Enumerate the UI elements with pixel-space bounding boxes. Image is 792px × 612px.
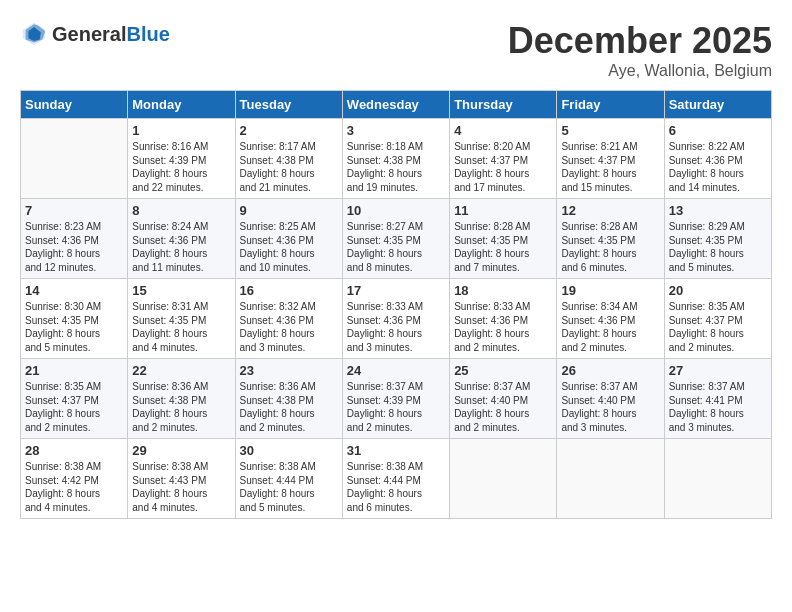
- day-number: 25: [454, 363, 552, 378]
- calendar-cell: 11Sunrise: 8:28 AM Sunset: 4:35 PM Dayli…: [450, 199, 557, 279]
- calendar-cell: 14Sunrise: 8:30 AM Sunset: 4:35 PM Dayli…: [21, 279, 128, 359]
- day-number: 22: [132, 363, 230, 378]
- day-number: 23: [240, 363, 338, 378]
- day-number: 8: [132, 203, 230, 218]
- day-info: Sunrise: 8:29 AM Sunset: 4:35 PM Dayligh…: [669, 220, 767, 274]
- day-number: 28: [25, 443, 123, 458]
- calendar-week-row: 28Sunrise: 8:38 AM Sunset: 4:42 PM Dayli…: [21, 439, 772, 519]
- calendar-cell: 7Sunrise: 8:23 AM Sunset: 4:36 PM Daylig…: [21, 199, 128, 279]
- calendar-week-row: 7Sunrise: 8:23 AM Sunset: 4:36 PM Daylig…: [21, 199, 772, 279]
- calendar-cell: 12Sunrise: 8:28 AM Sunset: 4:35 PM Dayli…: [557, 199, 664, 279]
- day-number: 13: [669, 203, 767, 218]
- day-number: 17: [347, 283, 445, 298]
- day-number: 12: [561, 203, 659, 218]
- day-header-saturday: Saturday: [664, 91, 771, 119]
- calendar-cell: 19Sunrise: 8:34 AM Sunset: 4:36 PM Dayli…: [557, 279, 664, 359]
- calendar-cell: 20Sunrise: 8:35 AM Sunset: 4:37 PM Dayli…: [664, 279, 771, 359]
- calendar-week-row: 1Sunrise: 8:16 AM Sunset: 4:39 PM Daylig…: [21, 119, 772, 199]
- calendar-cell: 26Sunrise: 8:37 AM Sunset: 4:40 PM Dayli…: [557, 359, 664, 439]
- calendar-cell: 6Sunrise: 8:22 AM Sunset: 4:36 PM Daylig…: [664, 119, 771, 199]
- day-info: Sunrise: 8:32 AM Sunset: 4:36 PM Dayligh…: [240, 300, 338, 354]
- calendar-cell: 24Sunrise: 8:37 AM Sunset: 4:39 PM Dayli…: [342, 359, 449, 439]
- day-info: Sunrise: 8:16 AM Sunset: 4:39 PM Dayligh…: [132, 140, 230, 194]
- day-number: 1: [132, 123, 230, 138]
- location-title: Aye, Wallonia, Belgium: [508, 62, 772, 80]
- calendar-cell: 30Sunrise: 8:38 AM Sunset: 4:44 PM Dayli…: [235, 439, 342, 519]
- day-number: 6: [669, 123, 767, 138]
- day-number: 24: [347, 363, 445, 378]
- day-info: Sunrise: 8:33 AM Sunset: 4:36 PM Dayligh…: [454, 300, 552, 354]
- day-info: Sunrise: 8:28 AM Sunset: 4:35 PM Dayligh…: [561, 220, 659, 274]
- day-info: Sunrise: 8:35 AM Sunset: 4:37 PM Dayligh…: [669, 300, 767, 354]
- calendar-cell: 2Sunrise: 8:17 AM Sunset: 4:38 PM Daylig…: [235, 119, 342, 199]
- day-info: Sunrise: 8:20 AM Sunset: 4:37 PM Dayligh…: [454, 140, 552, 194]
- month-title: December 2025: [508, 20, 772, 62]
- calendar-cell: 4Sunrise: 8:20 AM Sunset: 4:37 PM Daylig…: [450, 119, 557, 199]
- calendar-cell: 27Sunrise: 8:37 AM Sunset: 4:41 PM Dayli…: [664, 359, 771, 439]
- day-info: Sunrise: 8:37 AM Sunset: 4:40 PM Dayligh…: [454, 380, 552, 434]
- calendar-cell: 17Sunrise: 8:33 AM Sunset: 4:36 PM Dayli…: [342, 279, 449, 359]
- day-number: 4: [454, 123, 552, 138]
- day-number: 31: [347, 443, 445, 458]
- calendar-cell: 21Sunrise: 8:35 AM Sunset: 4:37 PM Dayli…: [21, 359, 128, 439]
- day-header-sunday: Sunday: [21, 91, 128, 119]
- calendar-cell: [21, 119, 128, 199]
- day-header-thursday: Thursday: [450, 91, 557, 119]
- calendar-cell: 29Sunrise: 8:38 AM Sunset: 4:43 PM Dayli…: [128, 439, 235, 519]
- calendar-table: SundayMondayTuesdayWednesdayThursdayFrid…: [20, 90, 772, 519]
- calendar-cell: 15Sunrise: 8:31 AM Sunset: 4:35 PM Dayli…: [128, 279, 235, 359]
- day-number: 26: [561, 363, 659, 378]
- logo-text: General Blue: [52, 24, 170, 44]
- day-number: 7: [25, 203, 123, 218]
- calendar-cell: 9Sunrise: 8:25 AM Sunset: 4:36 PM Daylig…: [235, 199, 342, 279]
- day-number: 2: [240, 123, 338, 138]
- day-number: 15: [132, 283, 230, 298]
- calendar-cell: [664, 439, 771, 519]
- calendar-cell: 13Sunrise: 8:29 AM Sunset: 4:35 PM Dayli…: [664, 199, 771, 279]
- calendar-cell: [557, 439, 664, 519]
- logo-general: General: [52, 24, 126, 44]
- calendar-week-row: 14Sunrise: 8:30 AM Sunset: 4:35 PM Dayli…: [21, 279, 772, 359]
- calendar-cell: 1Sunrise: 8:16 AM Sunset: 4:39 PM Daylig…: [128, 119, 235, 199]
- calendar-cell: 10Sunrise: 8:27 AM Sunset: 4:35 PM Dayli…: [342, 199, 449, 279]
- day-number: 11: [454, 203, 552, 218]
- calendar-cell: [450, 439, 557, 519]
- calendar-cell: 5Sunrise: 8:21 AM Sunset: 4:37 PM Daylig…: [557, 119, 664, 199]
- calendar-cell: 16Sunrise: 8:32 AM Sunset: 4:36 PM Dayli…: [235, 279, 342, 359]
- day-number: 3: [347, 123, 445, 138]
- day-number: 9: [240, 203, 338, 218]
- day-number: 14: [25, 283, 123, 298]
- logo-blue: Blue: [126, 24, 169, 44]
- calendar-cell: 22Sunrise: 8:36 AM Sunset: 4:38 PM Dayli…: [128, 359, 235, 439]
- calendar-cell: 28Sunrise: 8:38 AM Sunset: 4:42 PM Dayli…: [21, 439, 128, 519]
- day-header-tuesday: Tuesday: [235, 91, 342, 119]
- day-info: Sunrise: 8:30 AM Sunset: 4:35 PM Dayligh…: [25, 300, 123, 354]
- day-info: Sunrise: 8:37 AM Sunset: 4:40 PM Dayligh…: [561, 380, 659, 434]
- page-header: General Blue December 2025 Aye, Wallonia…: [20, 20, 772, 80]
- day-info: Sunrise: 8:21 AM Sunset: 4:37 PM Dayligh…: [561, 140, 659, 194]
- day-number: 27: [669, 363, 767, 378]
- day-info: Sunrise: 8:25 AM Sunset: 4:36 PM Dayligh…: [240, 220, 338, 274]
- day-info: Sunrise: 8:33 AM Sunset: 4:36 PM Dayligh…: [347, 300, 445, 354]
- day-info: Sunrise: 8:17 AM Sunset: 4:38 PM Dayligh…: [240, 140, 338, 194]
- day-header-monday: Monday: [128, 91, 235, 119]
- calendar-cell: 23Sunrise: 8:36 AM Sunset: 4:38 PM Dayli…: [235, 359, 342, 439]
- day-number: 18: [454, 283, 552, 298]
- day-number: 29: [132, 443, 230, 458]
- title-section: December 2025 Aye, Wallonia, Belgium: [508, 20, 772, 80]
- day-info: Sunrise: 8:18 AM Sunset: 4:38 PM Dayligh…: [347, 140, 445, 194]
- day-info: Sunrise: 8:36 AM Sunset: 4:38 PM Dayligh…: [132, 380, 230, 434]
- day-number: 10: [347, 203, 445, 218]
- day-info: Sunrise: 8:24 AM Sunset: 4:36 PM Dayligh…: [132, 220, 230, 274]
- day-headers-row: SundayMondayTuesdayWednesdayThursdayFrid…: [21, 91, 772, 119]
- calendar-cell: 3Sunrise: 8:18 AM Sunset: 4:38 PM Daylig…: [342, 119, 449, 199]
- day-info: Sunrise: 8:38 AM Sunset: 4:42 PM Dayligh…: [25, 460, 123, 514]
- day-info: Sunrise: 8:28 AM Sunset: 4:35 PM Dayligh…: [454, 220, 552, 274]
- day-info: Sunrise: 8:36 AM Sunset: 4:38 PM Dayligh…: [240, 380, 338, 434]
- day-info: Sunrise: 8:38 AM Sunset: 4:44 PM Dayligh…: [347, 460, 445, 514]
- day-number: 21: [25, 363, 123, 378]
- day-info: Sunrise: 8:37 AM Sunset: 4:39 PM Dayligh…: [347, 380, 445, 434]
- day-number: 16: [240, 283, 338, 298]
- day-info: Sunrise: 8:38 AM Sunset: 4:44 PM Dayligh…: [240, 460, 338, 514]
- day-info: Sunrise: 8:23 AM Sunset: 4:36 PM Dayligh…: [25, 220, 123, 274]
